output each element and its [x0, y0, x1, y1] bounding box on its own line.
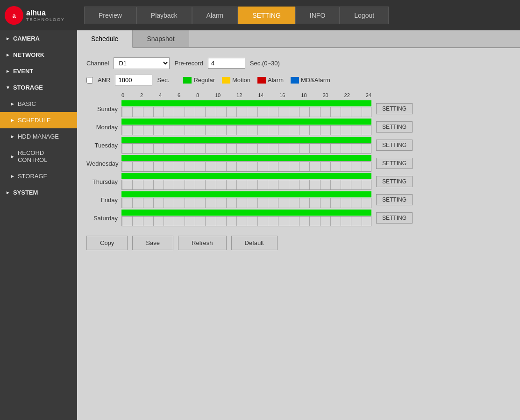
arrow-icon: ►: [10, 118, 15, 123]
content-area: Schedule Snapshot Channel D1 Pre-record …: [77, 30, 520, 420]
sidebar-item-basic[interactable]: ► BASIC: [0, 96, 77, 112]
nav-logout[interactable]: Logout: [340, 7, 389, 24]
day-tuesday: Tuesday: [86, 142, 121, 149]
refresh-button[interactable]: Refresh: [178, 236, 227, 250]
saturday-bars[interactable]: [121, 210, 371, 226]
copy-button[interactable]: Copy: [86, 236, 128, 250]
sidebar: ► CAMERA ► NETWORK ► EVENT ▼ STORAGE ► B…: [0, 30, 77, 420]
monday-bars[interactable]: [121, 119, 371, 135]
setting-btn-monday[interactable]: SETTING: [376, 121, 413, 133]
setting-btn-wednesday[interactable]: SETTING: [376, 158, 413, 169]
legend-motion-label: Motion: [232, 77, 250, 84]
logo-text-block: alhua TECHNOLOGY: [26, 9, 65, 22]
anr-label: ANR: [98, 77, 110, 84]
nav-playback[interactable]: Playback: [136, 7, 192, 24]
monday-bar-grid[interactable]: [121, 125, 371, 135]
time-labels: 0 2 4 6 8 10 12 14 16 18 20 22 24: [121, 92, 371, 98]
schedule-row-saturday: Saturday SETTING: [86, 210, 511, 226]
saturday-bar-green[interactable]: [121, 210, 371, 216]
legend-mdalarm-label: MD&Alarm: [301, 77, 330, 84]
friday-bars[interactable]: [121, 191, 371, 208]
wednesday-bar-green[interactable]: [121, 155, 371, 161]
anr-row: ANR Sec. Regular Motion Alarm: [86, 75, 511, 85]
sunday-bar-grid[interactable]: [121, 107, 371, 117]
setting-btn-friday[interactable]: SETTING: [376, 194, 413, 205]
logo-icon: a: [5, 6, 23, 25]
sidebar-item-network[interactable]: ► NETWORK: [0, 47, 77, 63]
sidebar-item-storage2[interactable]: ► STORAGE: [0, 168, 77, 184]
legend-regular-label: Regular: [193, 77, 215, 84]
arrow-icon: ►: [10, 101, 15, 106]
day-monday: Monday: [86, 124, 121, 131]
arrow-down-icon: ▼: [6, 85, 10, 90]
nav-setting[interactable]: SETTING: [238, 7, 295, 24]
logo-subtitle: TECHNOLOGY: [26, 17, 65, 22]
arrow-icon: ►: [6, 69, 10, 74]
sidebar-item-hdd-manage[interactable]: ► HDD MANAGE: [0, 128, 77, 145]
arrow-icon: ►: [10, 134, 15, 139]
tab-bar: Schedule Snapshot: [77, 30, 520, 48]
friday-bar-grid[interactable]: [121, 198, 371, 208]
thursday-bar-grid[interactable]: [121, 180, 371, 190]
friday-bar-green[interactable]: [121, 191, 371, 197]
tuesday-bar-green[interactable]: [121, 137, 371, 143]
prerecord-input[interactable]: [208, 58, 245, 69]
day-saturday: Saturday: [86, 215, 121, 222]
main-nav: Preview Playback Alarm SETTING INFO Logo…: [84, 7, 389, 24]
logo: a alhua TECHNOLOGY: [5, 6, 65, 25]
thursday-bars[interactable]: [121, 173, 371, 190]
sunday-bar-green[interactable]: [121, 100, 371, 106]
nav-info[interactable]: INFO: [295, 7, 340, 24]
sidebar-item-storage[interactable]: ▼ STORAGE: [0, 79, 77, 96]
default-button[interactable]: Default: [231, 236, 278, 250]
channel-label: Channel: [86, 60, 109, 67]
wednesday-bars[interactable]: [121, 155, 371, 172]
legend-alarm-label: Alarm: [268, 77, 284, 84]
setting-btn-sunday[interactable]: SETTING: [376, 103, 413, 114]
schedule-row-monday: Monday SETTING: [86, 119, 511, 135]
day-friday: Friday: [86, 196, 121, 203]
setting-btn-tuesday[interactable]: SETTING: [376, 140, 413, 151]
save-button[interactable]: Save: [132, 236, 173, 250]
legend-motion-color: [222, 77, 230, 84]
monday-bar-green[interactable]: [121, 119, 371, 125]
nav-alarm[interactable]: Alarm: [192, 7, 238, 24]
main-layout: ► CAMERA ► NETWORK ► EVENT ▼ STORAGE ► B…: [0, 30, 520, 420]
arrow-icon: ►: [10, 154, 15, 159]
header: a alhua TECHNOLOGY Preview Playback Alar…: [0, 0, 520, 30]
legend-mdalarm: MD&Alarm: [291, 77, 330, 84]
sidebar-item-camera[interactable]: ► CAMERA: [0, 30, 77, 47]
sunday-bars[interactable]: [121, 100, 371, 117]
sidebar-item-system[interactable]: ► SYSTEM: [0, 184, 77, 201]
tuesday-bars[interactable]: [121, 137, 371, 154]
legend-alarm-color: [257, 77, 266, 84]
thursday-bar-green[interactable]: [121, 173, 371, 179]
schedule-row-sunday: Sunday SETTING: [86, 100, 511, 117]
saturday-bar-grid[interactable]: [121, 216, 371, 226]
day-wednesday: Wednesday: [86, 160, 121, 167]
legend-regular-color: [183, 77, 192, 84]
legend-regular: Regular: [183, 77, 215, 84]
anr-input[interactable]: [115, 75, 152, 85]
setting-btn-thursday[interactable]: SETTING: [376, 176, 413, 187]
schedule-row-friday: Friday SETTING: [86, 191, 511, 208]
logo-name: alhua: [26, 9, 65, 17]
day-sunday: Sunday: [86, 105, 121, 112]
anr-checkbox[interactable]: [86, 77, 93, 84]
sidebar-item-event[interactable]: ► EVENT: [0, 63, 77, 79]
tab-schedule[interactable]: Schedule: [77, 30, 133, 48]
svg-text:a: a: [12, 12, 16, 19]
channel-select[interactable]: D1: [114, 57, 170, 69]
tuesday-bar-grid[interactable]: [121, 143, 371, 154]
setting-btn-saturday[interactable]: SETTING: [376, 212, 413, 224]
legend: Regular Motion Alarm MD&Alarm: [183, 77, 330, 84]
legend-alarm: Alarm: [257, 77, 284, 84]
wednesday-bar-grid[interactable]: [121, 161, 371, 172]
schedule-row-thursday: Thursday SETTING: [86, 173, 511, 190]
sidebar-item-record-control[interactable]: ► RECORD CONTROL: [0, 145, 77, 168]
anr-hint: Sec.: [157, 77, 169, 84]
arrow-icon: ►: [10, 174, 15, 179]
tab-snapshot[interactable]: Snapshot: [133, 30, 189, 47]
nav-preview[interactable]: Preview: [84, 7, 136, 24]
sidebar-item-schedule[interactable]: ► SCHEDULE: [0, 112, 77, 128]
